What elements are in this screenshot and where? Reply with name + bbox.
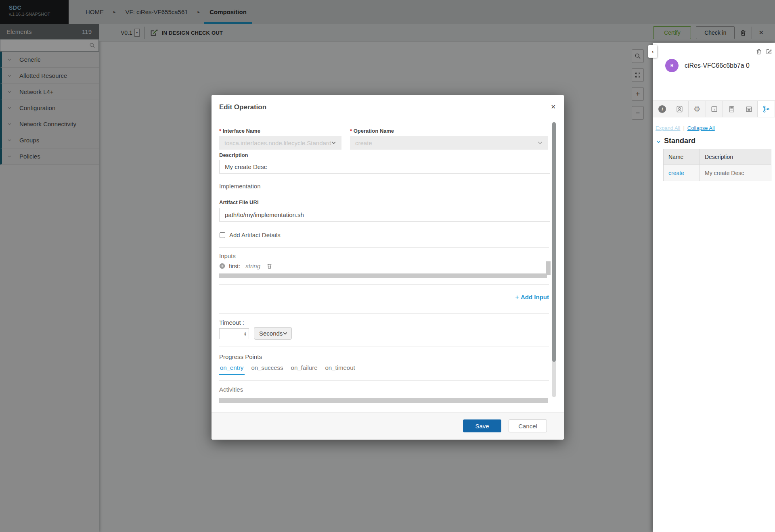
divider [219,346,549,346]
input-row-first: first: string [219,263,272,269]
add-artifact-details-row[interactable]: Add Artifact Details [220,232,281,238]
add-artifact-details-label: Add Artifact Details [229,232,281,238]
component-identity: R ciRes-VFC66c6bb7a 0 [665,59,750,72]
tab-on-entry[interactable]: on_entry [219,364,245,375]
tab-on-timeout[interactable]: on_timeout [324,364,356,375]
chevron-down-icon [331,140,336,146]
artifact-file-uri-label: Artifact File URI [219,199,259,205]
panel-collapse-button[interactable]: › [648,45,657,58]
column-header-description: Description [700,149,771,165]
divider [219,380,549,381]
implementation-heading: Implementation [219,183,261,190]
tab-information-artifacts[interactable] [706,101,723,117]
delete-icon[interactable] [756,48,762,55]
timeout-unit-select[interactable]: Seconds [254,327,292,340]
tab-on-success[interactable]: on_success [250,364,284,375]
interface-name-label: Interface Name [219,128,260,134]
info-filled-icon: i [658,105,666,113]
tab-operations[interactable] [758,101,775,117]
table-row: create My create Desc [664,165,771,181]
info-square-icon [710,105,718,113]
divider [219,247,549,248]
tab-properties[interactable]: ⚙ [689,101,706,117]
expand-all-link[interactable]: Expand All [656,125,680,131]
operation-name-value: create [355,140,372,146]
operations-graph-icon [762,105,770,113]
tab-on-failure[interactable]: on_failure [290,364,319,375]
panel-tab-bar: i ⚙ [653,100,775,117]
interface-section-header[interactable]: Standard [656,137,695,145]
interface-section-title: Standard [664,137,695,145]
cancel-button[interactable]: Cancel [509,419,547,432]
progress-points-label: Progress Points [219,353,262,360]
divider: | [683,125,684,131]
artifact-badge-icon [676,105,683,113]
step-down-icon[interactable]: ▼ [244,334,247,336]
gear-icon: ⚙ [693,105,700,113]
modal-footer: Save Cancel [212,412,564,440]
input-name: first: [229,263,240,269]
edit-icon[interactable] [766,48,772,55]
tab-attributes[interactable] [740,101,758,117]
archive-box-icon [745,105,753,113]
modal-scrollbar-thumb[interactable] [552,122,556,362]
inputs-vertical-scrollbar[interactable] [546,261,551,275]
plus-icon: + [515,293,519,301]
input-type: string [245,263,260,269]
divider [219,313,549,314]
operations-table: Name Description create My create Desc [663,149,771,181]
column-header-name: Name [664,149,700,165]
component-name: ciRes-VFC66c6bb7a 0 [685,62,750,69]
chevron-down-icon [656,139,661,144]
add-artifact-details-checkbox[interactable] [220,232,225,238]
modal-title: Edit Operation [219,103,266,111]
timeout-unit-value: Seconds [259,330,283,337]
activities-horizontal-scrollbar[interactable] [219,398,548,403]
sdc-composition-screen: SDC v.1.16.1-SNAPSHOT HOME ▸ VF: ciRes-V… [0,0,775,532]
component-detail-panel: › R ciRes-VFC66c6bb7a 0 i ⚙ [653,43,775,532]
progress-point-tabs: on_entry on_success on_failure on_timeou… [219,364,356,375]
description-input[interactable] [219,160,550,174]
tab-requirements-capabilities[interactable] [723,101,740,117]
operations-table-header: Name Description [664,149,771,165]
interface-name-value: tosca.interfaces.node.lifecycle.Standard [224,140,331,146]
chevron-down-icon [537,140,543,146]
operation-description: My create Desc [705,170,744,176]
save-button[interactable]: Save [463,419,501,432]
edit-operation-modal: Edit Operation ✕ Interface Name tosca.in… [212,95,564,440]
operation-create-link[interactable]: create [668,170,684,176]
panel-actions [756,48,772,55]
operation-name-select[interactable]: create [350,136,548,150]
artifact-file-uri-input[interactable] [219,208,550,222]
collapse-all-link[interactable]: Collapse All [687,125,715,131]
operation-name-label: Operation Name [350,128,394,134]
inputs-horizontal-scrollbar[interactable] [219,273,547,278]
delete-input-icon[interactable] [266,263,272,269]
expand-collapse-links: Expand All | Collapse All [656,125,715,131]
interface-name-select[interactable]: tosca.interfaces.node.lifecycle.Standard [219,136,341,150]
modal-close-icon[interactable]: ✕ [551,103,556,111]
timeout-stepper[interactable]: ▲▼ [242,329,248,338]
description-label: Description [219,152,248,158]
activities-heading: Activities [219,386,243,393]
divider [219,284,549,285]
expand-plus-icon[interactable] [219,263,225,269]
tab-deployment-artifacts[interactable] [671,101,689,117]
tab-information[interactable]: i [654,101,671,117]
clipboard-icon [728,105,735,113]
chevron-down-icon [283,331,288,336]
avatar: R [665,59,679,72]
timeout-label: Timeout : [219,319,244,326]
add-input-link[interactable]: +Add Input [515,293,549,301]
inputs-heading: Inputs [219,252,236,259]
